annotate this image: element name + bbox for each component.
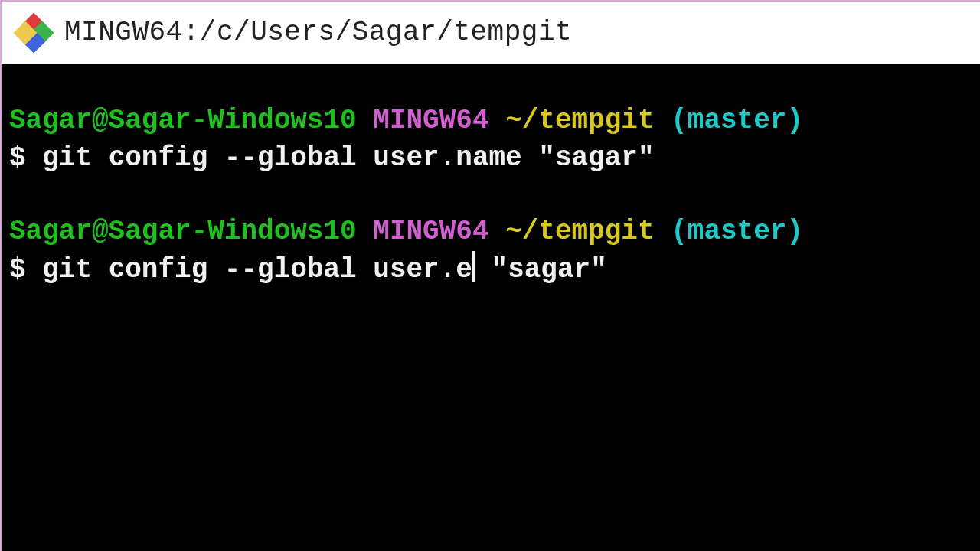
prompt-env: MINGW64 — [373, 105, 488, 136]
prompt-branch: (master) — [671, 216, 803, 247]
git-bash-icon — [17, 16, 51, 50]
prompt-env: MINGW64 — [373, 216, 488, 247]
app-window: MINGW64:/c/Users/Sagar/tempgit Sagar@Sag… — [0, 0, 980, 551]
command-after-cursor: "sagar" — [475, 254, 607, 285]
command-line: $ git config --global user.name "sagar" — [9, 140, 972, 178]
prompt-user-host: Sagar@Sagar-Windows10 — [9, 216, 357, 247]
prompt-symbol: $ — [9, 142, 26, 174]
terminal-viewport[interactable]: Sagar@Sagar-Windows10 MINGW64 ~/tempgit … — [2, 64, 980, 551]
prompt-symbol: $ — [9, 254, 26, 285]
prompt-line: Sagar@Sagar-Windows10 MINGW64 ~/tempgit … — [9, 103, 972, 140]
prompt-line: Sagar@Sagar-Windows10 MINGW64 ~/tempgit … — [9, 214, 972, 251]
titlebar[interactable]: MINGW64:/c/Users/Sagar/tempgit — [2, 2, 980, 64]
prompt-user-host: Sagar@Sagar-Windows10 — [9, 105, 357, 136]
command-text: git config --global user.name "sagar" — [42, 142, 654, 174]
prompt-path: ~/tempgit — [505, 216, 654, 247]
prompt-path: ~/tempgit — [505, 105, 654, 136]
window-title: MINGW64:/c/Users/Sagar/tempgit — [64, 17, 572, 48]
prompt-branch: (master) — [671, 105, 803, 136]
command-before-cursor: git config --global user.e — [42, 254, 472, 285]
blank-line — [9, 177, 972, 214]
current-command-line[interactable]: $ git config --global user.e "sagar" — [9, 251, 972, 289]
